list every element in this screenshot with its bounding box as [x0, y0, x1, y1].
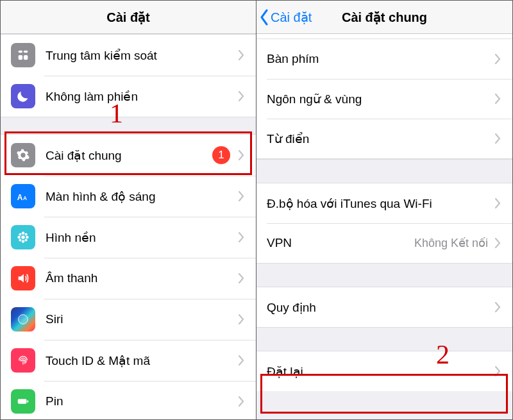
navbar-general: Cài đặt Cài đặt chung: [256, 1, 512, 34]
svg-point-7: [22, 231, 25, 235]
row-label: Ngôn ngữ & vùng: [267, 92, 493, 106]
row-label: Touch ID & Mật mã: [46, 353, 237, 368]
svg-rect-0: [19, 51, 22, 53]
chevron-right-icon: [493, 133, 502, 144]
svg-rect-17: [18, 399, 27, 403]
row-label: Hình nền: [46, 230, 237, 245]
svg-text:A: A: [23, 196, 27, 201]
svg-rect-2: [19, 55, 22, 60]
chevron-right-icon: [237, 355, 246, 365]
flower-icon: [11, 225, 35, 249]
svg-rect-18: [27, 400, 28, 403]
row-label: Bàn phím: [267, 52, 493, 66]
svg-point-9: [17, 236, 21, 239]
row-do-not-disturb[interactable]: Không làm phiền: [1, 76, 256, 117]
svg-point-10: [26, 236, 29, 239]
chevron-right-icon: [237, 191, 246, 201]
row-label: Pin: [46, 394, 237, 408]
chevron-right-icon: [493, 94, 502, 104]
fingerprint-icon: [11, 348, 35, 373]
chevron-right-icon: [237, 232, 246, 242]
chevron-right-icon: [237, 273, 246, 283]
chevron-right-icon: [237, 50, 246, 60]
row-label: Âm thanh: [46, 271, 237, 285]
chevron-right-icon: [493, 238, 502, 248]
notification-badge: 1: [212, 146, 230, 164]
chevron-right-icon: [493, 302, 502, 312]
page-title: Cài đặt chung: [342, 10, 427, 25]
row-label: Siri: [46, 312, 237, 326]
svg-text:A: A: [17, 193, 23, 202]
row-label: Cài đặt chung: [46, 148, 212, 163]
settings-screen: Cài đặt Trung tâm kiểm soát Không làm ph…: [1, 1, 256, 419]
row-siri[interactable]: Siri: [1, 299, 256, 340]
back-label: Cài đặt: [271, 10, 312, 25]
row-label: Màn hình & độ sáng: [46, 189, 237, 204]
row-label: Đặt lại: [267, 364, 493, 379]
svg-point-6: [21, 235, 25, 239]
row-label: Đ.bộ hóa với iTunes qua Wi-Fi: [267, 196, 493, 211]
chevron-right-icon: [237, 150, 246, 160]
svg-point-13: [19, 239, 21, 242]
row-language-region[interactable]: Ngôn ngữ & vùng: [256, 79, 512, 119]
gear-icon: [11, 143, 35, 167]
row-label: Từ điển: [267, 131, 493, 146]
row-regulatory[interactable]: Quy định: [256, 287, 512, 327]
chevron-right-icon: [237, 314, 246, 324]
row-keyboard[interactable]: Bàn phím: [256, 39, 512, 79]
row-label: Quy định: [267, 300, 493, 315]
text-size-icon: AA: [11, 184, 35, 208]
row-itunes-wifi-sync[interactable]: Đ.bộ hóa với iTunes qua Wi-Fi: [256, 183, 512, 223]
svg-point-12: [25, 233, 28, 235]
row-wallpaper[interactable]: Hình nền: [1, 217, 256, 258]
battery-icon: [11, 389, 35, 414]
chevron-right-icon: [493, 54, 502, 64]
row-general[interactable]: Cài đặt chung 1: [1, 135, 256, 176]
row-display-brightness[interactable]: AA Màn hình & độ sáng: [1, 176, 256, 217]
row-control-center[interactable]: Trung tâm kiểm soát: [1, 35, 256, 76]
row-sounds[interactable]: Âm thanh: [1, 258, 256, 299]
svg-rect-1: [24, 51, 28, 53]
chevron-right-icon: [237, 91, 246, 101]
svg-rect-3: [24, 55, 28, 60]
back-button[interactable]: Cài đặt: [259, 1, 312, 33]
row-reset[interactable]: Đặt lại: [256, 351, 512, 391]
settings-list: Trung tâm kiểm soát Không làm phiền: [1, 34, 256, 419]
row-value: Không Kết nối: [414, 236, 488, 250]
siri-icon: [11, 307, 35, 332]
speaker-icon: [11, 266, 35, 290]
row-dictionary[interactable]: Từ điển: [256, 119, 512, 158]
general-settings-screen: Cài đặt Cài đặt chung Bàn phím Ngôn ngữ …: [256, 1, 512, 419]
page-title: Cài đặt: [106, 10, 150, 25]
moon-icon: [11, 84, 35, 108]
row-label: Không làm phiền: [46, 89, 237, 104]
row-label: Trung tâm kiểm soát: [46, 48, 237, 63]
svg-point-11: [19, 233, 21, 235]
svg-point-8: [22, 240, 25, 243]
row-battery[interactable]: Pin: [1, 381, 256, 419]
navbar-settings: Cài đặt: [1, 1, 256, 34]
row-label: VPN: [267, 236, 414, 250]
control-center-icon: [11, 43, 35, 67]
chevron-right-icon: [493, 366, 502, 376]
chevron-right-icon: [493, 198, 502, 208]
row-vpn[interactable]: VPN Không Kết nối: [256, 223, 512, 263]
chevron-right-icon: [237, 396, 246, 407]
row-touchid[interactable]: Touch ID & Mật mã: [1, 340, 256, 381]
general-list: Bàn phím Ngôn ngữ & vùng Từ điển Đ.bộ hó…: [256, 34, 512, 391]
svg-point-14: [25, 239, 28, 242]
